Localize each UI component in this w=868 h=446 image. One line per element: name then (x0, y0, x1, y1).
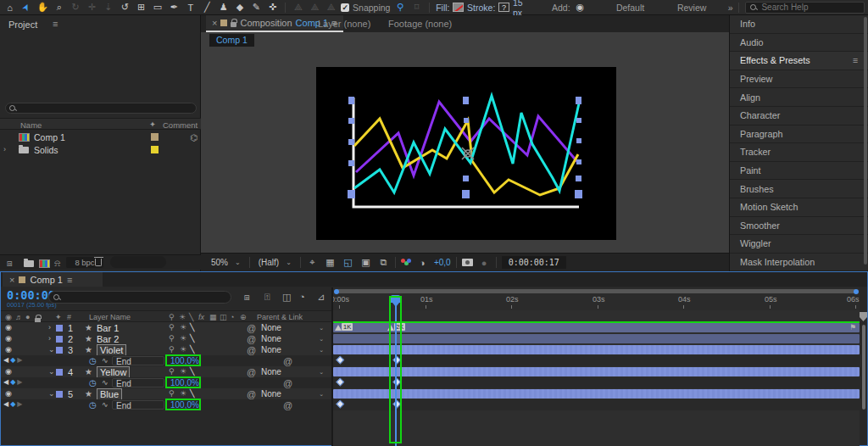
pick-whip-icon[interactable]: @ (247, 334, 256, 344)
solo-column-icon[interactable]: ● (25, 313, 30, 321)
layer-duration-bar[interactable] (333, 345, 860, 354)
sun-icon[interactable]: ☀ (180, 389, 186, 398)
panel-preview[interactable]: Preview (730, 70, 868, 89)
panel-scrollbar[interactable] (864, 17, 867, 265)
shy-icon[interactable]: ⚲ (169, 334, 175, 343)
layer-duration-bar[interactable] (333, 323, 860, 332)
panel-menu-icon[interactable]: ≡ (853, 55, 858, 65)
selection-tool-icon[interactable]: ➤ (19, 0, 34, 15)
layer-name[interactable]: Violet (97, 344, 126, 356)
new-folder-icon[interactable] (24, 260, 34, 267)
column-layer-name[interactable]: Layer Name (89, 313, 131, 321)
gizmo-tool-icon[interactable]: ⟁ (325, 2, 337, 13)
parent-dropdown[interactable]: None⌄ (261, 345, 326, 355)
preview-timecode[interactable]: 0:00:00:17 (502, 256, 566, 269)
effects-switch-icon[interactable]: ▦ (209, 313, 217, 321)
expander-icon[interactable]: ⌄ (48, 389, 55, 398)
dolly-camera-tool-icon[interactable]: ⇣ (102, 2, 114, 13)
timeline-tab-comp1[interactable]: × Comp 1 ≡ (3, 272, 103, 287)
project-panel-menu-icon[interactable]: ≡ (53, 19, 58, 29)
stopwatch-icon[interactable]: ◷ (89, 378, 97, 387)
prev-keyframe-icon[interactable]: ◀ (3, 400, 10, 408)
project-settings-icon[interactable]: ⍾ (54, 258, 60, 269)
project-item-comp1[interactable]: Comp 1 ⌬ (0, 131, 201, 143)
shy-icon[interactable]: ⚲ (169, 345, 175, 354)
parent-dropdown[interactable]: None⌄ (261, 389, 326, 399)
frame-blend-switch-icon[interactable]: ◫ (220, 313, 227, 321)
graph-icon[interactable]: ∿ (102, 356, 108, 365)
next-keyframe-icon[interactable]: ▶ (17, 400, 24, 408)
panel-paragraph[interactable]: Paragraph (730, 125, 868, 144)
track-row-bar1[interactable]: 1K 2K (333, 322, 861, 333)
eye-icon[interactable]: ◉ (5, 345, 12, 354)
keyframe-diamond[interactable] (337, 399, 344, 407)
roi-icon[interactable]: ⌖ (306, 257, 319, 268)
quality-switch-icon[interactable]: ╲ (189, 313, 193, 321)
keyframe-diamond[interactable] (337, 377, 344, 385)
sun-icon[interactable]: ☀ (180, 345, 186, 354)
panel-info[interactable]: Info (730, 15, 868, 34)
fx-switch-icon[interactable]: fx (198, 313, 204, 321)
expander-icon[interactable]: › (48, 334, 51, 343)
type-tool-icon[interactable]: T (184, 3, 197, 13)
keyframe-navigator[interactable]: ◀◆▶ (3, 400, 24, 408)
time-ruler[interactable]: 0:00s 01s 02s 03s 04s 05s 06s (331, 287, 860, 310)
show-snapshot-icon[interactable]: ● (478, 258, 491, 268)
track-row-blue[interactable] (333, 388, 861, 399)
panel-character[interactable]: Character (730, 107, 868, 125)
pan-camera-tool-icon[interactable]: ✛ (86, 2, 98, 13)
workspace-default[interactable]: Default (616, 3, 644, 13)
quality-icon[interactable]: ╲ (190, 367, 194, 376)
layer-color-swatch[interactable] (56, 336, 63, 343)
timeline-search-box[interactable] (48, 291, 231, 304)
layer-duration-bar[interactable] (333, 334, 860, 343)
eye-icon[interactable]: ◉ (5, 389, 12, 398)
property-name[interactable]: End (112, 378, 164, 387)
panel-tracker[interactable]: Tracker (730, 143, 868, 162)
trash-icon[interactable] (95, 259, 102, 266)
next-keyframe-icon[interactable]: ▶ (17, 356, 24, 364)
marker-drag-icon[interactable]: ⚑ (849, 323, 856, 332)
search-help-box[interactable] (745, 2, 865, 14)
graph-editor-icon[interactable]: ⊿ (317, 292, 325, 303)
track-row-yellow[interactable] (333, 366, 861, 377)
layer-name[interactable]: Bar 1 (97, 323, 119, 333)
stroke-label[interactable]: Stroke: (467, 3, 495, 13)
audio-column-icon[interactable]: ♬ (15, 313, 23, 321)
viewer-comp-breadcrumb[interactable]: Comp 1 (209, 34, 254, 47)
pick-whip-icon[interactable]: @ (247, 323, 256, 333)
track-row-end-violet[interactable] (333, 355, 861, 366)
layer-duration-bar[interactable] (333, 367, 860, 376)
zoom-tool-icon[interactable]: ⌕ (53, 2, 65, 13)
search-help-input[interactable] (761, 3, 854, 12)
column-name[interactable]: Name (20, 120, 42, 130)
track-row-end-blue[interactable] (333, 399, 861, 410)
new-composition-icon[interactable] (39, 259, 50, 268)
prev-keyframe-icon[interactable]: ◀ (3, 378, 10, 386)
sun-icon[interactable]: ☀ (180, 367, 186, 376)
motion-blur-switch-icon[interactable]: ◔ (230, 313, 234, 321)
panel-align[interactable]: Align (730, 88, 868, 107)
snapshot-camera-icon[interactable] (462, 259, 473, 266)
layer-color-swatch[interactable] (56, 369, 63, 376)
layer-duration-bar[interactable] (333, 389, 860, 399)
stopwatch-icon[interactable]: ◷ (89, 356, 97, 365)
quality-icon[interactable]: ╲ (190, 345, 194, 354)
eraser-tool-icon[interactable]: ◆ (233, 2, 246, 13)
expander-icon[interactable]: ⌄ (48, 367, 55, 376)
project-item-solids[interactable]: › Solids (0, 144, 201, 156)
layer-name[interactable]: Bar 2 (97, 334, 119, 344)
exposure-value[interactable]: +0,0 (434, 258, 451, 267)
panel-menu-icon[interactable]: ≡ (67, 275, 72, 285)
sun-icon[interactable]: ☀ (180, 334, 186, 343)
magnification-dropdown[interactable]: 50%⌄ (208, 257, 244, 268)
panel-wiggler[interactable]: Wiggler (730, 235, 868, 254)
stopwatch-icon[interactable]: ◷ (89, 400, 97, 410)
panel-smoother[interactable]: Smoother (730, 217, 868, 236)
video-column-icon[interactable]: ◉ (5, 313, 12, 321)
keyframe-navigator[interactable]: ◀◆▶ (3, 378, 24, 386)
timeline-search-input[interactable] (64, 293, 216, 302)
quality-icon[interactable]: ╲ (190, 389, 194, 398)
column-parent-link[interactable]: Parent & Link (257, 313, 303, 321)
layer-color-swatch[interactable] (56, 325, 63, 332)
